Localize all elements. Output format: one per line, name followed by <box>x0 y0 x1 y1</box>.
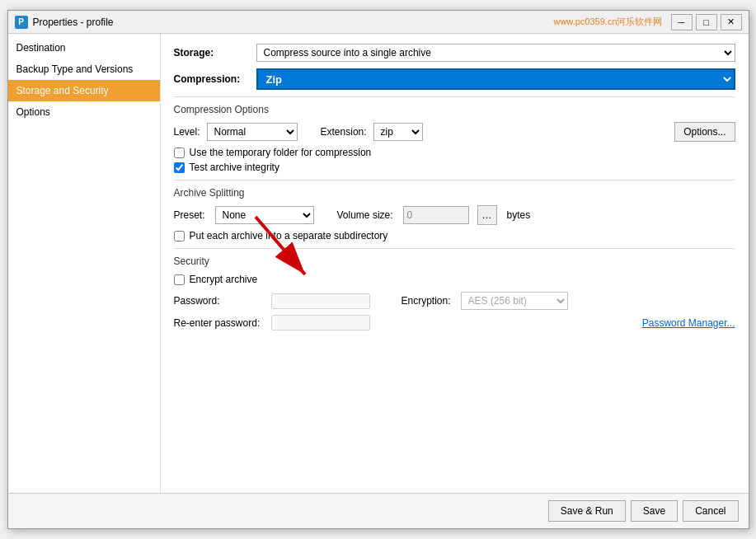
title-bar: P Properties - profile www.pc0359.cn河乐软件… <box>8 11 749 34</box>
level-select[interactable]: Normal Fast Maximum Ultra None <box>207 123 298 141</box>
encrypt-archive-row: Encrypt archive <box>174 274 735 285</box>
close-button[interactable]: ✕ <box>721 14 742 30</box>
sidebar-item-backup-type[interactable]: Backup Type and Versions <box>8 59 160 80</box>
encrypt-archive-label: Encrypt archive <box>190 274 258 285</box>
sidebar-item-destination[interactable]: Destination <box>8 37 160 59</box>
panel: Storage: Compress source into a single a… <box>161 34 749 493</box>
main-window: P Properties - profile www.pc0359.cn河乐软件… <box>7 10 749 529</box>
encryption-select[interactable]: AES (256 bit) AES (128 bit) AES (192 bit… <box>461 292 568 310</box>
level-row: Level: Normal Fast Maximum Ultra None Ex… <box>174 122 735 142</box>
minimize-button[interactable]: ─ <box>671 14 693 30</box>
extension-label: Extension: <box>321 126 367 138</box>
bytes-label: bytes <box>507 209 531 221</box>
restore-button[interactable]: □ <box>696 14 717 30</box>
re-enter-password-input[interactable] <box>271 315 370 330</box>
watermark: www.pc0359.cn河乐软件网 <box>553 16 662 28</box>
volume-size-btn[interactable]: … <box>477 205 497 225</box>
compression-options-header: Compression Options <box>174 104 735 115</box>
app-icon: P <box>15 16 28 29</box>
security-section: Security Encrypt archive Password: Encry… <box>174 255 735 330</box>
archive-splitting-header: Archive Splitting <box>174 187 735 199</box>
password-row: Password: Encryption: AES (256 bit) AES … <box>174 292 735 310</box>
storage-select[interactable]: Compress source into a single archive <box>256 44 735 62</box>
window-controls: ─ □ ✕ <box>671 14 742 30</box>
encryption-label: Encryption: <box>401 295 451 307</box>
compression-label: Compression: <box>174 73 256 85</box>
preset-row: Preset: None CD 650MB CD 700MB DVD 4.7GB… <box>174 205 735 225</box>
window-title: Properties - profile <box>33 16 554 28</box>
sidebar: Destination Backup Type and Versions Sto… <box>8 34 161 493</box>
sidebar-item-storage-security[interactable]: Storage and Security <box>8 80 160 101</box>
password-label: Password: <box>174 295 265 307</box>
save-button[interactable]: Save <box>631 500 678 522</box>
extension-select[interactable]: zip 7z tar gz <box>373 123 423 141</box>
volume-size-label: Volume size: <box>337 209 393 221</box>
bottom-bar: Save & Run Save Cancel <box>8 493 749 528</box>
use-temp-folder-label: Use the temporary folder for compression <box>190 147 372 158</box>
test-archive-checkbox[interactable] <box>174 162 185 173</box>
re-enter-password-label: Re-enter password: <box>174 317 265 329</box>
compression-options-section: Compression Options Level: Normal Fast M… <box>174 104 735 173</box>
separate-subdir-label: Put each archive into a separate subdire… <box>190 230 388 241</box>
options-button[interactable]: Options... <box>674 122 735 142</box>
preset-select[interactable]: None CD 650MB CD 700MB DVD 4.7GB Blu-ray… <box>215 206 314 224</box>
re-enter-password-row: Re-enter password: Password Manager... <box>174 315 735 330</box>
compression-row: Compression: Zip 7-Zip None <box>174 68 735 90</box>
volume-size-input[interactable] <box>403 206 469 224</box>
storage-row: Storage: Compress source into a single a… <box>174 44 735 62</box>
compression-select[interactable]: Zip 7-Zip None <box>256 68 735 90</box>
main-content: Destination Backup Type and Versions Sto… <box>8 34 749 493</box>
level-label: Level: <box>174 126 200 138</box>
use-temp-folder-row: Use the temporary folder for compression <box>174 147 735 158</box>
save-run-button[interactable]: Save & Run <box>548 500 626 522</box>
storage-label: Storage: <box>174 47 256 59</box>
encrypt-archive-checkbox[interactable] <box>174 274 185 285</box>
password-manager-button[interactable]: Password Manager... <box>642 317 735 329</box>
test-archive-label: Test archive integrity <box>190 162 279 173</box>
separate-subdir-checkbox[interactable] <box>174 231 185 241</box>
use-temp-folder-checkbox[interactable] <box>174 148 185 158</box>
password-input[interactable] <box>271 293 370 309</box>
test-archive-row: Test archive integrity <box>174 162 735 173</box>
security-header: Security <box>174 255 735 267</box>
sidebar-item-options[interactable]: Options <box>8 101 160 123</box>
archive-splitting-section: Archive Splitting Preset: None CD 650MB … <box>174 187 735 241</box>
cancel-button[interactable]: Cancel <box>683 500 738 522</box>
separate-subdir-row: Put each archive into a separate subdire… <box>174 230 735 241</box>
preset-label: Preset: <box>174 209 205 221</box>
